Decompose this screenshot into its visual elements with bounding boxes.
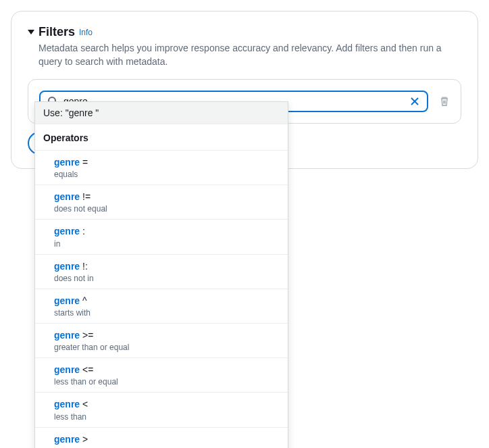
operator-description: equals — [54, 170, 280, 179]
trash-icon[interactable] — [439, 96, 450, 107]
operator-dropdown: Use: "genre " Operators genre =equalsgen… — [34, 101, 288, 180]
filters-description: Metadata search helps you improve respon… — [38, 42, 461, 68]
operator-symbol: = — [82, 157, 88, 168]
operator-line: genre = — [54, 156, 280, 168]
operator-keyword: genre — [54, 157, 80, 168]
filters-header: Filters Info — [28, 25, 461, 39]
dropdown-section-title: Operators — [35, 124, 288, 151]
filters-title: Filters — [38, 25, 75, 39]
operator-list: genre =equalsgenre !=does not equalgenre… — [35, 151, 288, 180]
dropdown-use-label[interactable]: Use: "genre " — [35, 102, 288, 124]
collapse-triangle-icon[interactable] — [28, 30, 34, 34]
clear-icon[interactable] — [409, 96, 420, 107]
operator-item[interactable]: genre =equals — [35, 151, 288, 180]
info-link[interactable]: Info — [79, 28, 93, 37]
